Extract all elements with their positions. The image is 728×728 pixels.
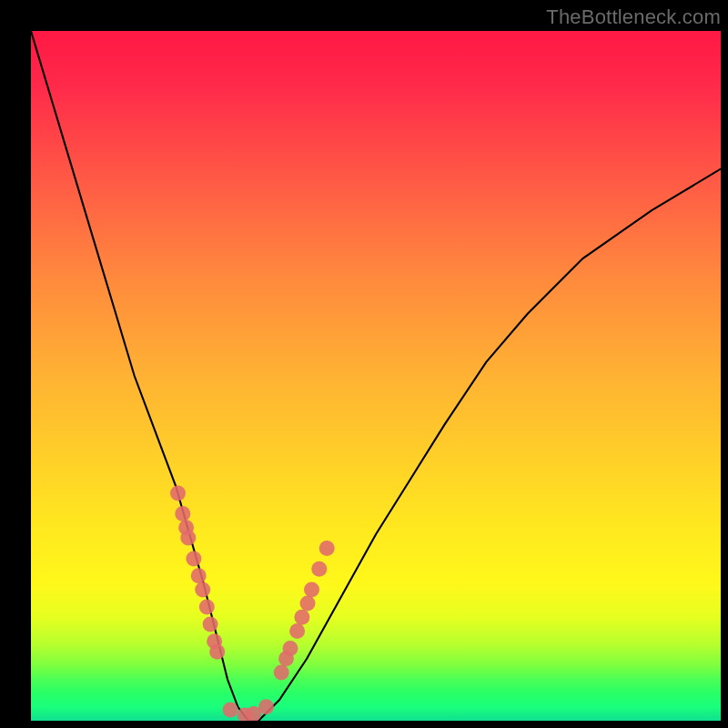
data-point <box>274 664 289 680</box>
data-point <box>319 541 335 556</box>
data-point <box>175 506 190 521</box>
bottleneck-curve <box>31 31 721 721</box>
data-point <box>304 582 319 598</box>
data-point <box>170 485 186 500</box>
data-point <box>300 596 316 612</box>
data-point <box>180 531 196 546</box>
data-point <box>203 616 218 632</box>
data-point <box>186 551 201 566</box>
chart-svg <box>31 31 721 721</box>
plot-area <box>31 31 721 721</box>
data-point <box>209 644 225 660</box>
data-point <box>258 699 274 714</box>
watermark-text: TheBottleneck.com <box>546 5 721 29</box>
data-point <box>289 623 305 639</box>
data-point <box>283 641 298 656</box>
data-point <box>191 568 207 583</box>
highlight-points <box>170 485 335 721</box>
data-point <box>223 702 238 717</box>
data-point <box>195 582 210 598</box>
chart-frame: TheBottleneck.com <box>0 0 728 728</box>
data-point <box>294 610 309 625</box>
data-point <box>311 561 327 577</box>
data-point <box>199 599 215 614</box>
